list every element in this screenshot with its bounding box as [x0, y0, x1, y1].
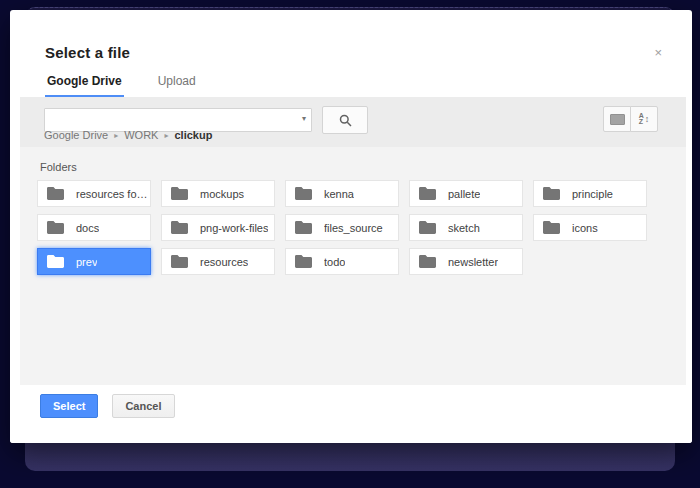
tab-bar: Google Drive Upload: [45, 68, 230, 98]
breadcrumb-item[interactable]: WORK: [124, 129, 158, 141]
breadcrumb-separator-icon: ▸: [164, 131, 168, 140]
folder-icon: [295, 187, 312, 200]
dialog-title: Select a file: [45, 44, 130, 61]
folder-grid: resources for mark...mockupskennapallete…: [37, 180, 647, 275]
folder-tile-files-source[interactable]: files_source: [285, 214, 399, 241]
folder-name: icons: [572, 222, 598, 234]
folder-name: mockups: [200, 188, 244, 200]
folder-icon: [171, 187, 188, 200]
grid-view-button[interactable]: [603, 106, 631, 132]
dialog-footer: Select Cancel: [10, 385, 692, 443]
folder-name: principle: [572, 188, 613, 200]
folder-tile-todo[interactable]: todo: [285, 248, 399, 275]
folders-section-label: Folders: [40, 161, 77, 173]
folder-icon: [543, 221, 560, 234]
folder-tile-kenna[interactable]: kenna: [285, 180, 399, 207]
breadcrumb-item[interactable]: Google Drive: [44, 129, 108, 141]
search-panel: ▾ A Z ↕: [20, 97, 686, 148]
folder-tile-png-work-files[interactable]: png-work-files: [161, 214, 275, 241]
select-button[interactable]: Select: [40, 394, 98, 418]
folder-icon: [419, 255, 436, 268]
folder-icon: [171, 255, 188, 268]
folder-icon: [47, 221, 64, 234]
folder-icon: [171, 221, 188, 234]
footer-buttons: Select Cancel: [40, 394, 175, 418]
folder-name: sketch: [448, 222, 480, 234]
folder-name: docs: [76, 222, 99, 234]
view-controls: A Z ↕: [603, 106, 658, 132]
folder-icon: [419, 221, 436, 234]
folder-icon: [47, 187, 64, 200]
folder-tile-newsletter[interactable]: newsletter: [409, 248, 523, 275]
breadcrumb-item: clickup: [174, 129, 212, 141]
folder-icon: [543, 187, 560, 200]
folder-name: resources for mark...: [76, 188, 150, 200]
folder-name: todo: [324, 256, 345, 268]
folder-tile-pallete[interactable]: pallete: [409, 180, 523, 207]
sort-az-icon: A Z ↕: [639, 113, 650, 125]
folders-panel: Folders resources for mark...mockupskenn…: [20, 147, 686, 385]
folder-name: resources: [200, 256, 248, 268]
folder-tile-icons[interactable]: icons: [533, 214, 647, 241]
select-file-dialog: Select a file × Google Drive Upload ▾: [10, 10, 692, 443]
cancel-button[interactable]: Cancel: [112, 394, 174, 418]
search-icon: [339, 114, 352, 127]
folder-icon: [47, 255, 64, 268]
folder-name: kenna: [324, 188, 354, 200]
tab-google-drive[interactable]: Google Drive: [45, 68, 124, 98]
breadcrumb-separator-icon: ▸: [114, 131, 118, 140]
folder-tile-resources-for-mark-[interactable]: resources for mark...: [37, 180, 151, 207]
tab-upload[interactable]: Upload: [156, 68, 198, 98]
grid-view-icon: [610, 114, 625, 125]
close-icon[interactable]: ×: [654, 46, 662, 59]
folder-tile-sketch[interactable]: sketch: [409, 214, 523, 241]
folder-tile-resources[interactable]: resources: [161, 248, 275, 275]
search-button[interactable]: [322, 106, 368, 134]
folder-tile-prev[interactable]: prev: [37, 248, 151, 275]
folder-name: png-work-files: [200, 222, 268, 234]
folder-tile-mockups[interactable]: mockups: [161, 180, 275, 207]
folder-name: prev: [76, 256, 97, 268]
folder-tile-docs[interactable]: docs: [37, 214, 151, 241]
folder-icon: [295, 221, 312, 234]
folder-name: files_source: [324, 222, 383, 234]
folder-name: newsletter: [448, 256, 498, 268]
breadcrumb: Google Drive▸WORK▸clickup: [44, 129, 212, 141]
sort-az-button[interactable]: A Z ↕: [630, 106, 658, 132]
folder-icon: [419, 187, 436, 200]
folder-tile-principle[interactable]: principle: [533, 180, 647, 207]
folder-name: pallete: [448, 188, 480, 200]
folder-icon: [295, 255, 312, 268]
